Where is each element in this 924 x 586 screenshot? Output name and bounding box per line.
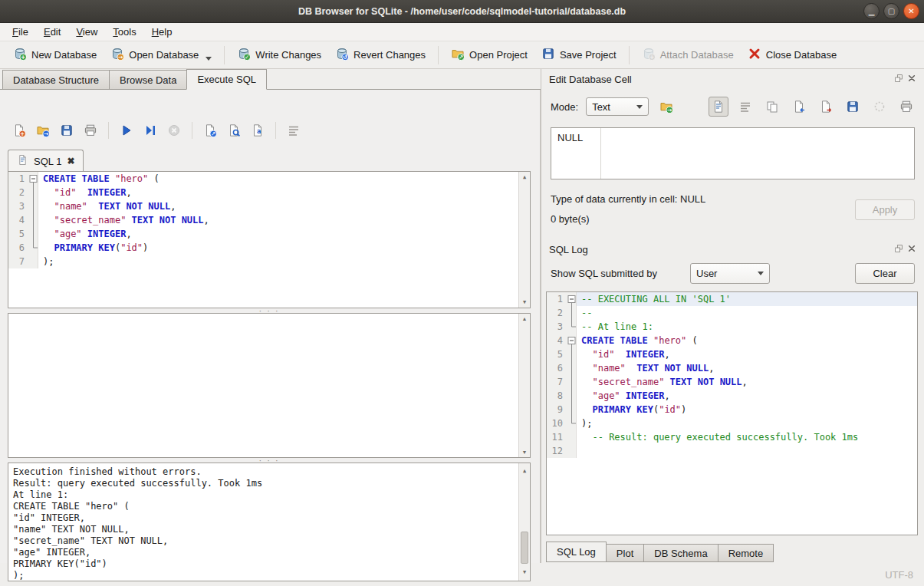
save-sql-icon[interactable] xyxy=(57,120,77,140)
open-sql-icon[interactable]: → xyxy=(33,120,53,140)
scrollbar-thumb[interactable] xyxy=(521,532,528,564)
execute-all-icon[interactable] xyxy=(117,120,136,140)
import-icon[interactable] xyxy=(789,97,809,117)
submitter-select[interactable]: User xyxy=(690,263,770,284)
sql-editor-scrollbar[interactable]: ▲ ▼ xyxy=(518,172,530,308)
close-database-button[interactable]: Close Database xyxy=(741,43,844,67)
write-changes-button[interactable]: ✓Write Changes xyxy=(230,43,328,67)
close-button[interactable]: ✕ xyxy=(903,3,919,19)
apply-button[interactable]: Apply xyxy=(855,199,915,220)
print-icon[interactable] xyxy=(896,97,916,117)
chevron-down-icon xyxy=(636,105,643,109)
close-tab-icon[interactable]: ✖ xyxy=(67,156,74,166)
line-number: 5 xyxy=(547,347,567,361)
scroll-up-icon[interactable]: ▲ xyxy=(522,314,528,324)
sql-tab[interactable]: SQL 1 ✖ xyxy=(8,150,84,172)
window-controls: ▁ ▢ ✕ xyxy=(863,3,919,19)
maximize-button[interactable]: ▢ xyxy=(883,3,899,19)
new-database-button[interactable]: +New Database xyxy=(6,43,104,67)
tab-database-structure[interactable]: Database Structure xyxy=(2,70,110,89)
minimize-button[interactable]: ▁ xyxy=(863,3,880,19)
code-line: 3-- At line 1: xyxy=(547,320,917,334)
code-line: 7 "secret_name" TEXT NOT NULL, xyxy=(547,375,917,389)
mode-row: Mode: Text → xyxy=(551,97,916,117)
open-project-button[interactable]: ↗Open Project xyxy=(444,43,534,67)
svg-text:+: + xyxy=(649,54,654,61)
open-database-button[interactable]: →Open Database xyxy=(104,43,219,67)
revert-changes-button[interactable]: ↺Revert Changes xyxy=(328,43,432,67)
code-line: 2-- xyxy=(547,306,917,320)
scroll-down-icon[interactable]: ▼ xyxy=(522,447,528,457)
word-wrap-icon[interactable] xyxy=(284,120,304,140)
fold-marker-icon[interactable] xyxy=(567,292,577,306)
copy-icon[interactable] xyxy=(762,97,782,117)
save-project-button[interactable]: Save Project xyxy=(534,43,623,67)
line-number: 3 xyxy=(547,320,567,334)
scroll-up-icon[interactable]: ▲ xyxy=(523,463,526,479)
menu-edit[interactable]: Edit xyxy=(36,24,68,40)
dock-tab-sql-log[interactable]: SQL Log xyxy=(546,542,607,562)
export-icon[interactable] xyxy=(816,97,836,117)
stop-icon[interactable] xyxy=(164,120,184,140)
float-dock-icon[interactable] xyxy=(894,244,903,255)
toolbar-button-label: Open Project xyxy=(469,49,528,61)
save-file-icon[interactable] xyxy=(843,97,863,117)
mode-select[interactable]: Text xyxy=(586,97,649,116)
export-sql-icon[interactable]: ↗ xyxy=(200,120,220,140)
scroll-down-icon[interactable]: ▼ xyxy=(523,297,526,308)
find-replace-icon[interactable] xyxy=(224,120,244,140)
line-number: 4 xyxy=(8,213,28,227)
chevron-down-icon[interactable] xyxy=(206,57,212,61)
dock-tab-db-schema[interactable]: DB Schema xyxy=(643,544,718,562)
toolbar-separator xyxy=(275,122,276,139)
autocomplete-icon[interactable]: a xyxy=(248,120,268,140)
cell-editor[interactable]: NULL xyxy=(551,127,915,179)
svg-text:a: a xyxy=(257,128,261,135)
set-null-icon[interactable] xyxy=(870,97,889,117)
title-bar[interactable]: DB Browser for SQLite - /home/user/code/… xyxy=(0,0,924,23)
tab-browse-data[interactable]: Browse Data xyxy=(109,70,187,89)
results-scrollbar[interactable]: ▲ ▼ xyxy=(518,314,530,457)
dock-tab-plot[interactable]: Plot xyxy=(606,544,644,562)
menu-help[interactable]: Help xyxy=(144,24,180,40)
code-line: 4CREATE TABLE "hero" ( xyxy=(547,334,917,347)
clear-button[interactable]: Clear xyxy=(855,263,915,284)
code-text: -- xyxy=(577,306,917,320)
print-icon[interactable] xyxy=(81,120,100,140)
code-line: 1CREATE TABLE "hero" ( xyxy=(8,172,530,186)
code-text: -- At line 1: xyxy=(577,320,917,334)
sql-log-editor[interactable]: 1-- EXECUTING ALL IN 'SQL 1'2--3-- At li… xyxy=(546,291,918,535)
new-database-icon: + xyxy=(13,47,27,63)
fold-marker-icon[interactable] xyxy=(567,334,577,347)
close-dock-icon[interactable] xyxy=(907,244,916,255)
scroll-up-icon[interactable]: ▲ xyxy=(523,172,526,183)
code-line: 11 -- Result: query executed successfull… xyxy=(547,430,917,444)
results-grid[interactable]: ▲ ▼ xyxy=(8,313,531,458)
fold-marker-icon[interactable] xyxy=(28,172,38,186)
menu-view[interactable]: View xyxy=(68,24,105,40)
svg-text:→: → xyxy=(44,130,48,137)
open-file-icon[interactable]: → xyxy=(656,97,676,117)
attach-database-button[interactable]: +Attach Database xyxy=(635,43,741,67)
cell-size-info: 0 byte(s) xyxy=(551,213,590,225)
float-dock-icon[interactable] xyxy=(894,74,903,85)
execute-current-line-icon[interactable] xyxy=(140,120,160,140)
tab-execute-sql[interactable]: Execute SQL xyxy=(186,69,267,90)
close-dock-icon[interactable] xyxy=(907,74,916,85)
new-tab-icon[interactable]: + xyxy=(9,120,29,140)
sql-log-filter-row: Show SQL submitted by User Clear xyxy=(551,262,915,284)
code-line: 7); xyxy=(8,255,530,268)
code-line: 3 "name" TEXT NOT NULL, xyxy=(8,199,530,213)
word-wrap-icon[interactable] xyxy=(735,97,755,117)
line-number: 5 xyxy=(8,227,28,241)
sql-editor[interactable]: 1CREATE TABLE "hero" (2 "id" INTEGER,3 "… xyxy=(8,171,531,308)
menu-file[interactable]: File xyxy=(5,24,36,40)
document-icon xyxy=(17,154,28,168)
fold-guide xyxy=(567,306,577,320)
code-text: "age" INTEGER, xyxy=(38,227,530,241)
dock-tab-remote[interactable]: Remote xyxy=(718,544,774,562)
revert-changes-icon: ↺ xyxy=(335,47,349,63)
text-view-icon[interactable] xyxy=(709,97,728,117)
menu-tools[interactable]: Tools xyxy=(105,24,143,40)
toolbar-separator xyxy=(629,46,630,64)
